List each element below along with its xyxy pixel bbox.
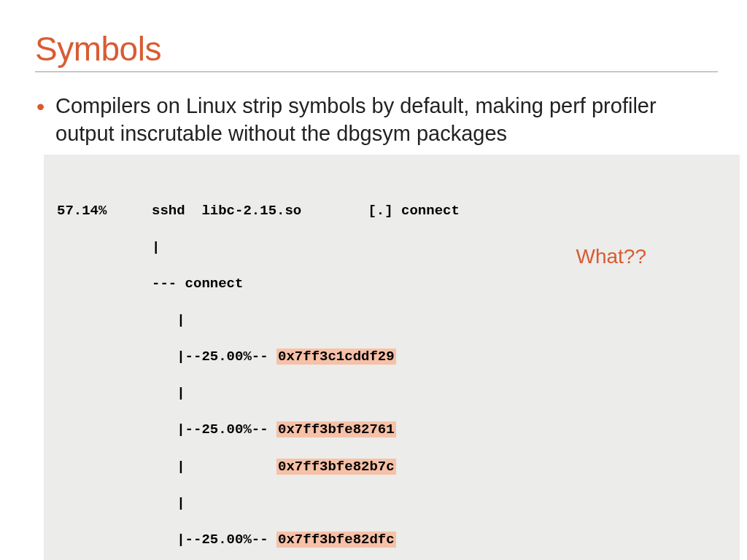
addr-4: 0x7ff3bfe82dfc <box>276 532 396 548</box>
perf-output-block: What?? 57.14%sshd libc-2.15.so [.] conne… <box>44 155 740 560</box>
bullet-1: Compilers on Linux strip symbols by defa… <box>35 93 718 560</box>
addr-3: 0x7ff3bfe82b7c <box>276 459 396 475</box>
code-l6: | <box>152 384 268 402</box>
code-l5a: |--25.00%-- <box>152 349 276 365</box>
code-line-4: | <box>57 311 725 330</box>
code-line-7: |--25.00%-- 0x7ff3bfe82761 <box>57 421 725 439</box>
code-line-10: |--25.00%-- 0x7ff3bfe82dfc <box>57 531 725 549</box>
what-annotation: What?? <box>576 244 647 271</box>
bullet-list: Compilers on Linux strip symbols by defa… <box>35 93 718 560</box>
code-l8a: | <box>152 459 276 475</box>
code-l2: | <box>152 238 243 257</box>
code-head: sshd libc-2.15.so [.] connect <box>152 202 551 220</box>
slide-title: Symbols <box>35 29 718 69</box>
addr-2: 0x7ff3bfe82761 <box>276 421 396 438</box>
code-l4: | <box>152 311 268 330</box>
bullet-1-text: Compilers on Linux strip symbols by defa… <box>55 94 657 145</box>
code-line-8: | 0x7ff3bfe82b7c <box>57 458 725 476</box>
code-l9: | <box>152 494 268 513</box>
code-line-1: 57.14%sshd libc-2.15.so [.] connect <box>57 202 725 220</box>
code-l7a: |--25.00%-- <box>152 421 276 438</box>
code-line-6: | <box>57 384 725 402</box>
code-l3: --- connect <box>152 275 243 293</box>
code-pct: 57.14% <box>57 202 152 220</box>
code-line-9: | <box>57 494 725 513</box>
code-line-5: |--25.00%-- 0x7ff3c1cddf29 <box>57 348 725 366</box>
code-l10a: |--25.00%-- <box>152 532 276 548</box>
code-line-3: --- connect <box>57 275 725 293</box>
slide: Symbols Compilers on Linux strip symbols… <box>0 0 747 560</box>
title-rule <box>35 71 718 72</box>
addr-1: 0x7ff3c1cddf29 <box>276 349 396 365</box>
